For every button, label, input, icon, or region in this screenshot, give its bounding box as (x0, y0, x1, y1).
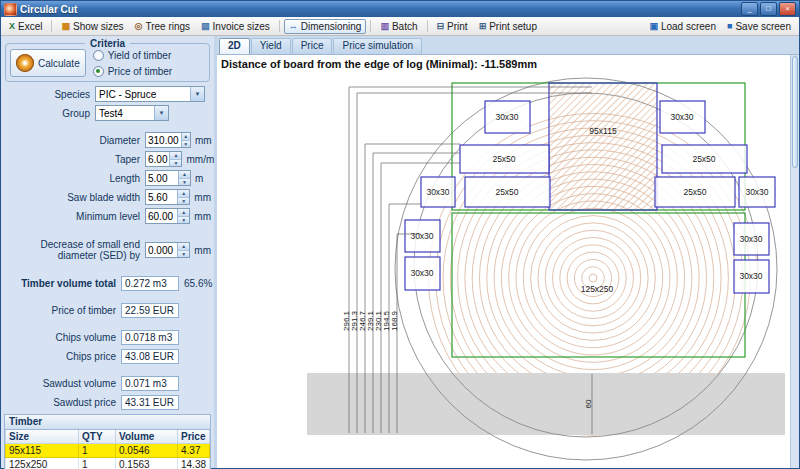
cell-size: 125x250 (6, 458, 79, 469)
taper-value: 6.00 (146, 152, 169, 166)
yield-of-timber-radio[interactable]: Yield of timber (93, 50, 172, 61)
excel-icon: X (9, 22, 15, 31)
invoice-sizes-button[interactable]: ▤ Invoice sizes (196, 19, 275, 34)
spinner-arrows-icon[interactable]: ▲▼ (177, 190, 189, 204)
spinner-arrows-icon[interactable]: ▲▼ (178, 171, 190, 185)
board-label: 30x30 (410, 231, 433, 241)
toolbar-separator (370, 20, 371, 32)
price-of-timber-radio[interactable]: Price of timber (93, 66, 172, 77)
batch-button[interactable]: ▥ Batch (375, 19, 422, 34)
saw-blade-width-input[interactable]: 5.60 ▲▼ (145, 189, 190, 205)
sed-unit: mm (194, 245, 211, 256)
save-screen-label: Save screen (735, 21, 791, 32)
spacer (4, 322, 211, 330)
radio-icon (93, 50, 104, 61)
column-header-price[interactable]: Price (178, 430, 210, 444)
sed-value: 0.000 (146, 243, 177, 257)
calculate-button[interactable]: Calculate (10, 49, 86, 77)
board-label: 30x30 (739, 234, 762, 244)
group-select[interactable]: Test4 ▼ (95, 105, 169, 121)
show-sizes-button[interactable]: ▦ Show sizes (56, 19, 128, 34)
table-row[interactable]: 125x250 1 0.1563 14.38 (6, 458, 210, 469)
saw-blade-width-label: Saw blade width (4, 192, 145, 203)
board-label: 30x30 (410, 268, 433, 278)
spinner-arrows-icon[interactable]: ▲▼ (177, 243, 189, 257)
board-30x30[interactable]: 30x30 (734, 223, 769, 255)
board-30x30[interactable]: 30x30 (734, 260, 769, 293)
minimize-button[interactable]: _ (741, 2, 758, 16)
app-icon (4, 3, 17, 16)
cell-price: 14.38 (178, 458, 210, 469)
column-header-volume[interactable]: Volume (116, 430, 178, 444)
dimensioning-button[interactable]: ↔ Dimensioning (284, 19, 367, 34)
window-title: Circular Cut (20, 4, 77, 15)
length-value: 5.00 (146, 171, 178, 185)
board-label: 30x30 (739, 271, 762, 281)
excel-button[interactable]: X Excel (4, 19, 47, 34)
board-25x50[interactable]: 25x50 (662, 145, 747, 173)
save-screen-button[interactable]: ■ Save screen (722, 19, 796, 34)
board-30x30[interactable]: 30x30 (421, 177, 455, 207)
scrollbar-thumb[interactable] (792, 56, 798, 168)
chevron-down-icon[interactable]: ▼ (154, 106, 168, 120)
maximize-button[interactable]: □ (760, 2, 777, 16)
board-label: 125x250 (581, 284, 614, 294)
load-screen-button[interactable]: ▣ Load screen (644, 19, 721, 34)
window-controls: _ □ × (741, 2, 796, 16)
print-icon: ⊟ (437, 22, 445, 31)
taper-input[interactable]: 6.00 ▲▼ (145, 151, 182, 167)
board-25x50[interactable]: 25x50 (655, 177, 735, 207)
board-label: 30x30 (670, 112, 693, 122)
print-button[interactable]: ⊟ Print (432, 19, 473, 34)
close-button[interactable]: × (779, 2, 796, 16)
group-value: Test4 (96, 108, 154, 119)
board-25x50[interactable]: 25x50 (465, 177, 550, 207)
board-30x30[interactable]: 30x30 (485, 101, 530, 133)
column-header-qty[interactable]: QTY (79, 430, 116, 444)
board-95x115[interactable]: 95x115 (549, 83, 657, 210)
print-setup-button[interactable]: ⊞ Print setup (474, 19, 542, 34)
diameter-input[interactable]: 310.00 ▲▼ (145, 132, 191, 148)
chevron-down-icon[interactable]: ▼ (190, 87, 204, 101)
tab-price-simulation[interactable]: Price simulation (333, 38, 422, 54)
toolbar-separator (51, 20, 52, 32)
criteria-options: Yield of timber Price of timber (93, 50, 172, 77)
board-30x30[interactable]: 30x30 (405, 220, 440, 252)
column-header-size[interactable]: Size (6, 430, 79, 444)
application-window: Circular Cut _ □ × X Excel ▦ Show sizes … (0, 0, 800, 469)
log-cross-section-diagram: 95x115 30x30 30x30 (219, 73, 785, 465)
saw-blade-width-value: 5.60 (146, 190, 177, 204)
tab-yield[interactable]: Yield (251, 38, 291, 54)
info-bar: Distance of board from the edge of log (… (217, 55, 790, 73)
dimensioning-label: Dimensioning (301, 21, 362, 32)
spinner-arrows-icon[interactable]: ▲▼ (169, 152, 181, 166)
species-select[interactable]: PIC - Spruce ▼ (95, 86, 205, 102)
board-125x250[interactable]: 125x250 (581, 284, 614, 294)
spacer (4, 295, 211, 303)
tab-2d[interactable]: 2D (219, 38, 250, 54)
table-row[interactable]: 95x115 1 0.0546 4.37 (6, 444, 210, 458)
minimum-level-unit: mm (194, 211, 211, 222)
dimension-label: 168.9 (390, 310, 399, 331)
diameter-label: Diameter (4, 135, 145, 146)
below-minimum-level-band (307, 373, 785, 435)
sed-input[interactable]: 0.000 ▲▼ (145, 242, 190, 258)
board-30x30[interactable]: 30x30 (739, 177, 775, 207)
taper-label: Taper (4, 154, 145, 165)
cell-size: 95x115 (6, 444, 79, 458)
vertical-scrollbar[interactable] (790, 55, 799, 468)
minimum-level-input[interactable]: 60.00 ▲▼ (145, 208, 190, 224)
tab-price[interactable]: Price (292, 38, 333, 54)
invoice-sizes-label: Invoice sizes (213, 21, 270, 32)
length-input[interactable]: 5.00 ▲▼ (145, 170, 191, 186)
load-screen-icon: ▣ (649, 22, 658, 31)
invoice-sizes-icon: ▤ (201, 22, 210, 31)
board-30x30[interactable]: 30x30 (660, 101, 705, 133)
board-30x30[interactable]: 30x30 (405, 257, 440, 290)
spinner-arrows-icon[interactable]: ▲▼ (177, 209, 189, 223)
board-label: 25x50 (492, 154, 515, 164)
spinner-arrows-icon[interactable]: ▲▼ (181, 133, 190, 147)
group-label: Group (4, 108, 95, 119)
tree-rings-button[interactable]: ◎ Tree rings (130, 19, 196, 34)
board-25x50[interactable]: 25x50 (460, 145, 549, 173)
